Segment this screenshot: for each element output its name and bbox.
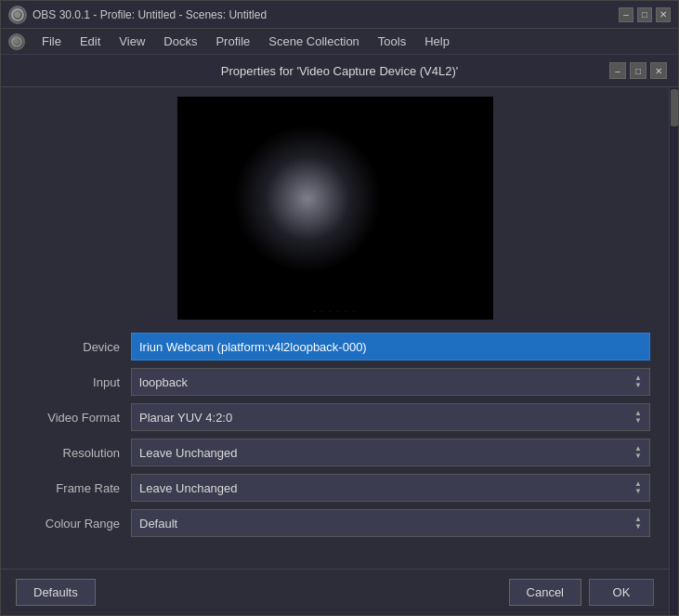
title-bar-controls: – □ ✕ (619, 7, 671, 22)
menu-edit[interactable]: Edit (71, 31, 110, 52)
dialog-close-button[interactable]: ✕ (650, 62, 667, 79)
menu-docks[interactable]: Docks (154, 31, 206, 52)
input-select[interactable]: loopback (131, 368, 650, 396)
colour-range-select[interactable]: Default (131, 509, 650, 537)
dialog-minimize-button[interactable]: – (609, 62, 626, 79)
resolution-select[interactable]: Leave Unchanged (131, 439, 650, 466)
menu-view[interactable]: View (110, 31, 154, 52)
device-value[interactable]: Iriun Webcam (platform:v4l2loopback-000) (131, 333, 650, 360)
video-format-label: Video Format (20, 411, 131, 425)
menu-file[interactable]: File (33, 31, 71, 52)
menu-bar: File Edit View Docks Profile Scene Colle… (1, 29, 678, 55)
obs-menu-logo (8, 33, 25, 50)
menu-profile[interactable]: Profile (206, 31, 259, 52)
frame-rate-control: Leave Unchanged ▲ ▼ (131, 474, 650, 502)
main-content: · · · · · · Device Iriun Webcam (platfor… (1, 87, 678, 615)
video-format-select[interactable]: Planar YUV 4:2:0 (131, 403, 650, 431)
main-inner: · · · · · · Device Iriun Webcam (platfor… (1, 87, 669, 615)
svg-point-1 (15, 12, 20, 18)
svg-point-3 (15, 39, 20, 44)
title-bar: OBS 30.0.1 - Profile: Untitled - Scenes:… (1, 1, 678, 29)
resolution-control: Leave Unchanged ▲ ▼ (131, 439, 650, 466)
preview-area: · · · · · · (1, 87, 669, 325)
app-title: OBS 30.0.1 - Profile: Untitled - Scenes:… (33, 8, 267, 21)
properties-form: Device Iriun Webcam (platform:v4l2loopba… (1, 325, 669, 569)
footer-right: Cancel OK (509, 579, 654, 606)
menu-help[interactable]: Help (415, 31, 459, 52)
input-label: Input (20, 375, 131, 389)
title-bar-left: OBS 30.0.1 - Profile: Untitled - Scenes:… (8, 6, 267, 24)
frame-rate-select[interactable]: Leave Unchanged (131, 474, 650, 502)
video-preview: · · · · · · (177, 97, 493, 320)
scrollbar-thumb[interactable] (671, 89, 678, 126)
menu-scene-collection[interactable]: Scene Collection (259, 31, 369, 52)
device-label: Device (20, 340, 131, 354)
dialog-controls: – □ ✕ (503, 62, 667, 79)
resolution-label: Resolution (20, 446, 131, 460)
defaults-button[interactable]: Defaults (16, 579, 96, 606)
device-row: Device Iriun Webcam (platform:v4l2loopba… (20, 333, 650, 360)
maximize-button[interactable]: □ (637, 7, 652, 22)
video-format-control: Planar YUV 4:2:0 ▲ ▼ (131, 403, 650, 431)
resolution-row: Resolution Leave Unchanged ▲ ▼ (20, 439, 650, 466)
input-row: Input loopback ▲ ▼ (20, 368, 650, 396)
colour-range-row: Colour Range Default ▲ ▼ (20, 509, 650, 537)
ok-button[interactable]: OK (589, 579, 654, 606)
scrollbar[interactable] (669, 87, 678, 615)
dialog-title: Properties for 'Video Capture Device (V4… (176, 64, 503, 78)
frame-rate-row: Frame Rate Leave Unchanged ▲ ▼ (20, 474, 650, 502)
input-control: loopback ▲ ▼ (131, 368, 650, 396)
cancel-button[interactable]: Cancel (509, 579, 581, 606)
frame-rate-label: Frame Rate (20, 481, 131, 495)
video-format-row: Video Format Planar YUV 4:2:0 ▲ ▼ (20, 403, 650, 431)
preview-dots: · · · · · · (313, 308, 356, 316)
device-control: Iriun Webcam (platform:v4l2loopback-000) (131, 333, 650, 360)
colour-range-label: Colour Range (20, 517, 131, 531)
minimize-button[interactable]: – (619, 7, 633, 22)
dialog-title-bar: Properties for 'Video Capture Device (V4… (1, 55, 678, 87)
preview-glow (233, 125, 382, 273)
app-window: OBS 30.0.1 - Profile: Untitled - Scenes:… (0, 0, 679, 616)
menu-tools[interactable]: Tools (369, 31, 415, 52)
close-button[interactable]: ✕ (656, 7, 671, 22)
colour-range-control: Default ▲ ▼ (131, 509, 650, 537)
footer-left: Defaults (16, 579, 96, 606)
dialog-footer: Defaults Cancel OK (1, 569, 669, 615)
dialog-maximize-button[interactable]: □ (630, 62, 646, 79)
obs-logo-icon (8, 6, 27, 24)
